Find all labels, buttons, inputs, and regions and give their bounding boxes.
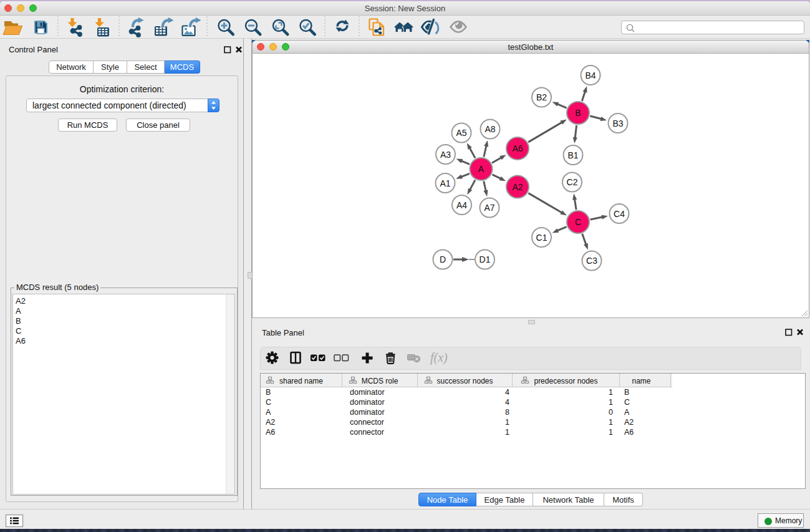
svg-text:B: B xyxy=(575,108,581,118)
svg-text:A8: A8 xyxy=(485,124,495,134)
svg-text:D: D xyxy=(440,254,446,264)
svg-text:C4: C4 xyxy=(614,209,625,219)
svg-text:A2: A2 xyxy=(512,182,523,192)
svg-text:B4: B4 xyxy=(585,70,595,80)
svg-text:f(x): f(x) xyxy=(430,351,448,365)
svg-text:C3: C3 xyxy=(586,256,597,266)
svg-text:A7: A7 xyxy=(484,203,494,213)
svg-text:D1: D1 xyxy=(480,254,491,264)
svg-text:C2: C2 xyxy=(567,177,578,187)
svg-text:B2: B2 xyxy=(536,92,547,102)
svg-text:A4: A4 xyxy=(456,200,467,210)
svg-text:B3: B3 xyxy=(612,118,623,128)
svg-text:A1: A1 xyxy=(440,178,450,188)
svg-text:B1: B1 xyxy=(567,150,578,160)
svg-text:C: C xyxy=(575,217,581,227)
svg-text:A6: A6 xyxy=(512,143,523,153)
svg-text:A5: A5 xyxy=(456,128,466,138)
svg-text:A3: A3 xyxy=(440,150,451,160)
svg-text:C1: C1 xyxy=(536,233,547,243)
svg-text:A: A xyxy=(478,164,485,174)
